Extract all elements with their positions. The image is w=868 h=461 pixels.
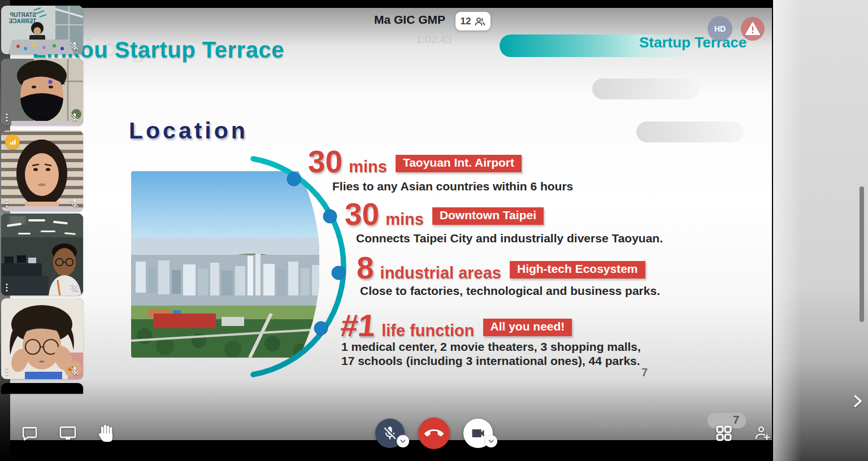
bullet-description: Connects Taipei City and industrially di… <box>356 231 663 245</box>
bullet-description: 1 medical center, 2 movie theaters, 3 sh… <box>341 340 642 368</box>
participants-count-button[interactable]: 12 <box>455 12 491 31</box>
chevron-down-icon <box>399 437 407 445</box>
raise-hand-icon <box>97 423 115 442</box>
bullet-airport: 30 mins Taoyuan Int. Airport <box>308 146 522 177</box>
bullet-label: industrial areas <box>380 264 501 282</box>
svg-text:STARTUP: STARTUP <box>10 12 36 18</box>
participant-tile[interactable]: STARTUPTERRACE <box>1 6 83 54</box>
chat-icon <box>20 424 38 442</box>
warning-triangle-icon <box>745 21 761 36</box>
bullet-description: Flies to any Asian countries within 6 ho… <box>332 179 573 193</box>
aerial-city-illustration <box>131 171 319 358</box>
bullet-badge: Downtown Taipei <box>432 207 544 225</box>
bullet-label: mins <box>385 210 424 229</box>
bullet-taipei: 30 mins Downtown Taipei <box>345 199 544 230</box>
hangup-icon <box>424 424 444 443</box>
slide-decor-pill <box>592 79 700 99</box>
connection-quality-badge <box>5 134 20 149</box>
bullet-number: 30 <box>345 199 379 230</box>
hangup-button[interactable] <box>418 417 450 449</box>
jitsi-meeting-window: jitsi.org Linkou Startup Terrace Startup… <box>0 0 868 461</box>
mic-off-icon <box>382 425 398 441</box>
bullet-number: 30 <box>308 146 342 177</box>
muted-mic-icon <box>70 366 80 376</box>
slide-page-number: 7 <box>641 366 648 379</box>
bullet-badge: High-tech Ecosystem <box>510 261 645 279</box>
slide-footer: Startup Terrace © All rights reserved. <box>597 420 726 429</box>
participants-icon <box>474 16 485 27</box>
muted-mic-icon <box>70 112 80 123</box>
participants-filmstrip <box>773 0 868 461</box>
participant-tile-camera-off[interactable] <box>1 383 83 394</box>
participant-tile[interactable] <box>1 214 83 295</box>
raise-hand-button[interactable] <box>97 423 116 442</box>
muted-mic-icon <box>70 282 80 293</box>
filmstrip-scroll-chevron[interactable] <box>850 394 865 408</box>
tile-view-icon <box>715 424 733 442</box>
bullet-label: life function <box>381 321 474 340</box>
screenshare-button[interactable] <box>58 424 77 443</box>
microphone-options-chevron[interactable] <box>397 435 409 447</box>
bullet-description: Close to factories, technological and bu… <box>360 284 660 298</box>
bullet-badge: Taoyuan Int. Airport <box>396 155 522 172</box>
svg-text:TERRACE: TERRACE <box>8 18 36 24</box>
tile-menu-dots-icon[interactable] <box>5 199 8 208</box>
bullet-industrial: 8 industrial areas High-tech Ecosystem <box>357 253 645 284</box>
camera-options-chevron[interactable] <box>485 435 497 447</box>
filmstrip-scrollbar[interactable] <box>860 186 864 322</box>
chevron-down-icon <box>487 437 495 445</box>
slide-section-title: Location <box>129 118 248 144</box>
bullet-label: mins <box>349 158 387 176</box>
muted-mic-icon <box>70 41 80 51</box>
bullet-number: #1 <box>339 310 377 341</box>
tile-menu-dots-icon[interactable] <box>5 283 8 292</box>
slide-brand-text: Startup Terrace <box>639 34 747 51</box>
participant-tile[interactable] <box>1 59 83 125</box>
warning-indicator[interactable] <box>741 17 765 41</box>
meeting-timer: 1:02:43 <box>362 33 506 46</box>
camera-icon <box>470 425 486 441</box>
participant-tile[interactable] <box>1 131 83 211</box>
invite-people-button[interactable] <box>753 424 772 443</box>
screenshare-icon <box>58 424 77 442</box>
hd-quality-indicator: HD <box>708 16 732 41</box>
bullet-life: #1 life function All you need! <box>341 310 572 341</box>
bullet-number: 8 <box>357 253 374 284</box>
muted-mic-icon <box>70 198 80 208</box>
participants-count: 12 <box>461 16 471 27</box>
bullet-badge: All you need! <box>483 319 572 336</box>
aerial-city-photo <box>131 171 319 358</box>
tile-menu-dots-icon[interactable] <box>5 113 8 122</box>
tile-view-button[interactable] <box>714 424 734 443</box>
signal-bars-icon <box>8 138 17 146</box>
chat-button[interactable] <box>20 424 39 443</box>
participant-tile[interactable] <box>1 298 83 379</box>
tile-menu-dots-icon[interactable] <box>5 367 8 376</box>
slide-decor-pill <box>636 121 744 142</box>
add-person-icon <box>754 424 772 442</box>
